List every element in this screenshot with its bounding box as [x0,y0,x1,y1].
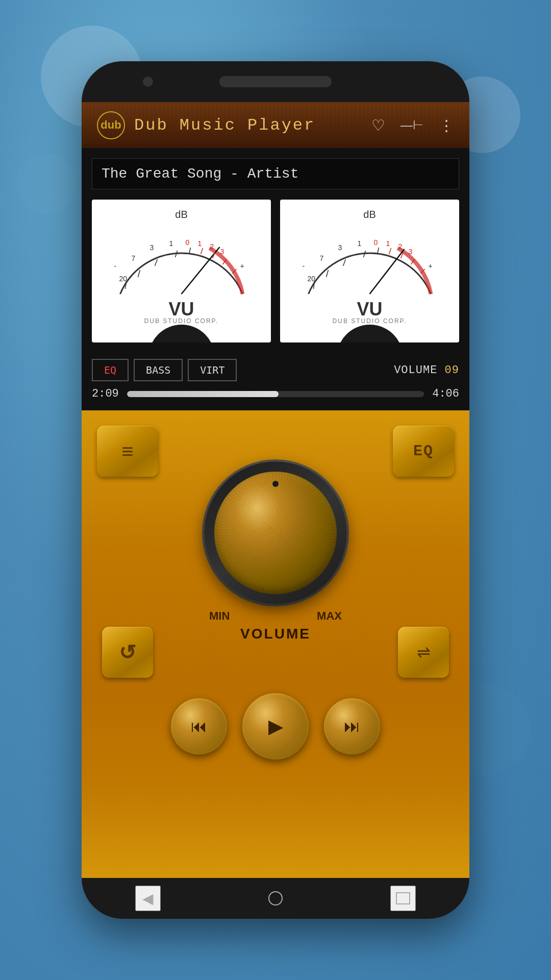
current-time: 2:09 [92,387,119,400]
vu-arc-left: - 20 7 3 1 0 1 2 3 + [101,223,262,299]
back-nav-button[interactable]: ◀ [135,886,161,911]
svg-text:1: 1 [169,239,173,248]
svg-line-36 [389,248,391,254]
app-logo: dub [97,111,125,139]
controls-bar: EQ BASS VIRT VOLUME 09 [82,353,469,387]
svg-text:+: + [429,262,433,270]
knob-indicator-dot [272,481,279,487]
volume-min-label: MIN [209,609,230,623]
volume-value: 09 [445,364,459,377]
volume-knob-outer[interactable] [204,461,347,604]
volume-display: VOLUME 09 [394,364,459,377]
eq-gold-label: EQ [413,443,434,460]
playlist-button[interactable]: ≡ [97,426,158,477]
volume-max-label: MAX [317,609,342,623]
vu-meter-left: dB - 20 7 3 1 0 [92,200,271,342]
svg-text:1: 1 [386,239,390,248]
playlist-icon: ≡ [121,440,133,463]
vu-arc-right: - 20 7 3 1 0 1 2 3 + [289,223,450,299]
svg-line-13 [155,259,158,266]
vu-bump-left [148,325,215,342]
vu-brand-left: DUB STUDIO CORP. [101,317,262,325]
svg-text:1: 1 [358,239,362,248]
play-pause-icon: ▶ [268,715,283,738]
phone-camera [143,77,153,87]
header-icons: ♡ —⊢ ⋮ [371,116,454,134]
shuffle-icon: ⇌ [417,643,431,662]
vu-bump-right [337,325,403,342]
play-pause-button[interactable]: ▶ [242,693,309,760]
shuffle-button[interactable]: ⇌ [398,627,449,678]
player-section: ≡ EQ MIN MAX VOLUME [82,410,469,878]
svg-text:0: 0 [186,238,190,247]
svg-line-32 [327,270,329,277]
equalizer-icon[interactable]: —⊢ [400,118,423,132]
svg-text:3: 3 [338,243,342,252]
svg-text:0: 0 [374,238,378,247]
bass-button[interactable]: BASS [134,359,183,381]
previous-icon: ⏮ [191,717,207,736]
progress-section: 2:09 4:06 [82,387,469,410]
svg-line-33 [343,259,346,266]
vu-text-left: VU [101,299,262,320]
volume-knob-container: MIN MAX VOLUME [204,461,347,642]
vu-brand-right: DUB STUDIO CORP. [289,317,450,325]
svg-text:-: - [114,262,117,270]
recents-nav-icon [396,892,410,904]
svg-text:7: 7 [132,254,136,262]
next-icon: ⏭ [344,717,360,736]
vu-label-right: dB [289,209,450,220]
home-nav-button[interactable] [268,891,283,905]
player-mid-row: ↺ ⇌ [97,627,454,678]
repeat-icon: ↺ [119,641,136,664]
previous-button[interactable]: ⏮ [171,698,227,754]
phone-top-bar [82,61,469,102]
playback-row: ⏮ ▶ ⏭ [171,693,380,760]
eq-buttons: EQ BASS VIRT [92,359,237,381]
svg-text:+: + [240,262,244,270]
svg-line-16 [201,248,203,254]
svg-line-12 [138,270,140,277]
app-header: dub Dub Music Player ♡ —⊢ ⋮ [82,102,469,148]
svg-text:3: 3 [220,248,224,256]
svg-text:7: 7 [320,254,324,262]
vu-meters: dB - 20 7 3 1 0 [92,200,459,342]
next-button[interactable]: ⏭ [324,698,380,754]
back-nav-icon: ◀ [142,890,154,907]
vu-label-left: dB [101,209,262,220]
heart-icon[interactable]: ♡ [371,116,385,134]
eq-gold-button[interactable]: EQ [393,426,454,477]
progress-track[interactable] [127,391,424,397]
song-title: The Great Song - Artist [92,158,459,189]
svg-text:2: 2 [398,242,403,251]
knob-labels: MIN MAX [209,609,342,623]
recents-nav-button[interactable] [390,886,416,911]
total-time: 4:06 [432,387,459,400]
progress-fill [127,391,279,397]
phone-screen: dub Dub Music Player ♡ —⊢ ⋮ The Great So… [82,102,469,878]
phone-speaker [219,76,332,87]
repeat-button[interactable]: ↺ [102,627,153,678]
vu-section: The Great Song - Artist dB [82,148,469,353]
eq-button[interactable]: EQ [92,359,129,381]
volume-knob-inner [214,472,337,594]
virt-button[interactable]: VIRT [188,359,237,381]
vu-text-right: VU [289,299,450,320]
svg-text:-: - [303,262,305,270]
phone-bottom-bar: ◀ [82,878,469,919]
svg-text:1: 1 [198,239,202,248]
app-title: Dub Music Player [134,116,371,135]
svg-text:3: 3 [409,248,413,256]
phone-frame: dub Dub Music Player ♡ —⊢ ⋮ The Great So… [82,61,469,919]
svg-text:2: 2 [210,242,214,251]
more-options-icon[interactable]: ⋮ [439,116,454,134]
svg-text:3: 3 [150,243,154,252]
vu-meter-right: dB - 20 7 3 1 0 1 2 3 [280,200,459,342]
